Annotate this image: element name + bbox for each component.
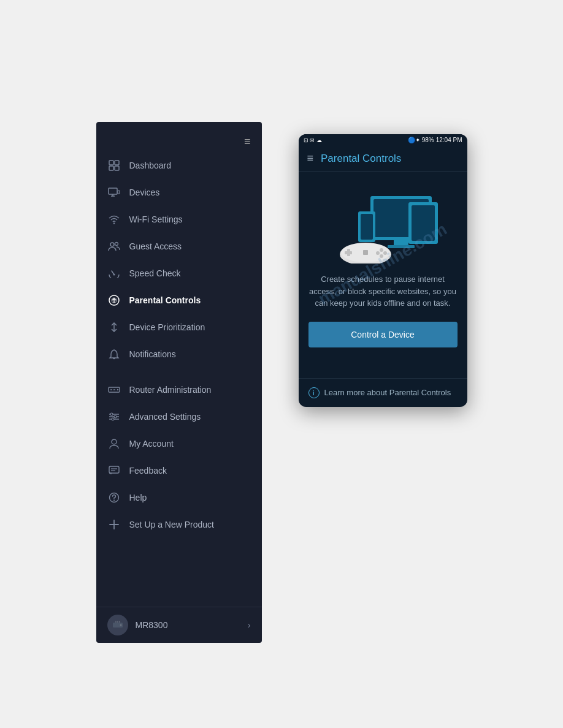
- advanced-icon: [107, 410, 121, 423]
- svg-rect-7: [118, 191, 120, 194]
- devices-icon: [107, 186, 121, 199]
- svg-point-8: [113, 222, 114, 224]
- phone-mockup: ⊡ ✉ ☁ 🔵✦ 98% 12:04 PM ≡ Parental Control…: [299, 134, 467, 407]
- feedback-label: Feedback: [129, 466, 167, 476]
- dashboard-icon: [107, 159, 121, 172]
- sidebar-item-parental[interactable]: Parental Controls: [96, 287, 262, 314]
- priority-icon: [107, 320, 121, 334]
- svg-rect-2: [109, 166, 113, 170]
- sidebar-item-help[interactable]: Help: [96, 484, 262, 511]
- notifications-icon: [107, 347, 121, 361]
- sidebar-item-notifications[interactable]: Notifications: [96, 341, 262, 368]
- control-device-button[interactable]: Control a Device: [308, 322, 458, 347]
- notifications-label: Notifications: [129, 349, 176, 359]
- svg-point-56: [380, 254, 383, 258]
- phone-status-bar: ⊡ ✉ ☁ 🔵✦ 98% 12:04 PM: [299, 134, 467, 146]
- sidebar-item-feedback[interactable]: Feedback: [96, 457, 262, 484]
- speed-label: Speed Check: [129, 268, 181, 278]
- wifi-icon: [107, 213, 121, 226]
- status-right: 🔵✦ 98% 12:04 PM: [408, 137, 462, 143]
- svg-rect-52: [345, 251, 352, 254]
- sidebar-item-wifi[interactable]: Wi-Fi Settings: [96, 206, 262, 233]
- svg-point-21: [117, 389, 118, 390]
- time-display: 12:04 PM: [436, 137, 462, 143]
- setup-icon: [107, 518, 121, 531]
- account-icon: [107, 437, 121, 450]
- router-admin-label: Router Administration: [129, 385, 212, 395]
- battery-text: 98%: [422, 137, 434, 143]
- svg-point-37: [120, 624, 121, 626]
- setup-label: Set Up a New Product: [129, 520, 215, 529]
- router-name: MR8300: [136, 620, 240, 630]
- svg-point-13: [113, 274, 115, 276]
- svg-point-25: [110, 413, 113, 415]
- devices-label: Devices: [129, 188, 160, 197]
- phone-footer[interactable]: i Learn more about Parental Controls: [299, 378, 467, 407]
- info-icon: i: [308, 387, 320, 398]
- header-title-accent: Controls: [362, 153, 401, 164]
- nav-divider-1: [96, 368, 262, 376]
- phone-menu-icon[interactable]: ≡: [307, 152, 314, 165]
- svg-rect-44: [388, 245, 415, 248]
- status-left-icons: ⊡ ✉ ☁: [304, 137, 322, 143]
- svg-point-27: [112, 418, 114, 420]
- svg-point-9: [110, 243, 114, 246]
- router-admin-icon: [107, 383, 121, 396]
- account-label: My Account: [129, 439, 174, 449]
- help-label: Help: [129, 493, 147, 502]
- sidebar-item-priority[interactable]: Device Prioritization: [96, 314, 262, 341]
- svg-point-53: [380, 248, 383, 252]
- svg-rect-0: [109, 161, 113, 165]
- sidebar: ≡ Dashboard: [96, 122, 262, 643]
- svg-point-28: [112, 439, 117, 444]
- sidebar-item-devices[interactable]: Devices: [96, 179, 262, 206]
- svg-point-10: [115, 243, 118, 246]
- sidebar-item-speed[interactable]: Speed Check: [96, 260, 262, 287]
- svg-rect-57: [363, 250, 368, 255]
- guest-icon: [107, 240, 121, 253]
- feedback-icon: [107, 464, 121, 477]
- footer-link-text: Learn more about Parental Controls: [324, 388, 451, 397]
- svg-rect-48: [361, 214, 373, 240]
- help-icon: [107, 491, 121, 504]
- svg-point-54: [383, 251, 387, 255]
- chevron-right-icon: ›: [248, 620, 251, 630]
- priority-label: Device Prioritization: [129, 322, 205, 332]
- signal-icon: 🔵✦: [408, 137, 420, 143]
- sidebar-item-setup[interactable]: Set Up a New Product: [96, 511, 262, 538]
- sidebar-header: ≡: [96, 128, 262, 152]
- svg-rect-29: [109, 466, 119, 473]
- header-title-plain: Parental: [321, 153, 362, 164]
- dashboard-label: Dashboard: [129, 161, 172, 170]
- router-footer[interactable]: MR8300 ›: [96, 607, 262, 643]
- sidebar-item-account[interactable]: My Account: [96, 430, 262, 457]
- parental-label: Parental Controls: [129, 295, 201, 305]
- phone-body: Create schedules to pause internet acces…: [299, 172, 467, 378]
- sidebar-item-router-admin[interactable]: Router Administration: [96, 376, 262, 403]
- svg-rect-46: [412, 205, 435, 241]
- sidebar-item-guest[interactable]: Guest Access: [96, 233, 262, 260]
- hamburger-icon[interactable]: ≡: [244, 135, 252, 148]
- parental-icon: [107, 294, 121, 307]
- svg-rect-4: [109, 188, 117, 194]
- svg-point-26: [114, 415, 117, 418]
- phone-header-title: Parental Controls: [321, 153, 401, 165]
- svg-point-55: [376, 251, 380, 255]
- svg-rect-1: [115, 161, 119, 165]
- svg-rect-43: [394, 240, 408, 245]
- svg-point-33: [113, 500, 115, 501]
- advanced-label: Advanced Settings: [129, 412, 201, 422]
- phone-header: ≡ Parental Controls: [299, 146, 467, 172]
- status-icons: ⊡ ✉ ☁: [304, 137, 322, 143]
- guest-label: Guest Access: [129, 241, 182, 251]
- sidebar-item-advanced[interactable]: Advanced Settings: [96, 403, 262, 430]
- speed-icon: [107, 267, 121, 280]
- devices-illustration: [321, 184, 444, 264]
- router-avatar: [107, 615, 128, 635]
- wifi-label: Wi-Fi Settings: [129, 214, 183, 224]
- svg-rect-3: [115, 166, 119, 170]
- phone-description: Create schedules to pause internet acces…: [308, 273, 458, 309]
- sidebar-item-dashboard[interactable]: Dashboard: [96, 152, 262, 179]
